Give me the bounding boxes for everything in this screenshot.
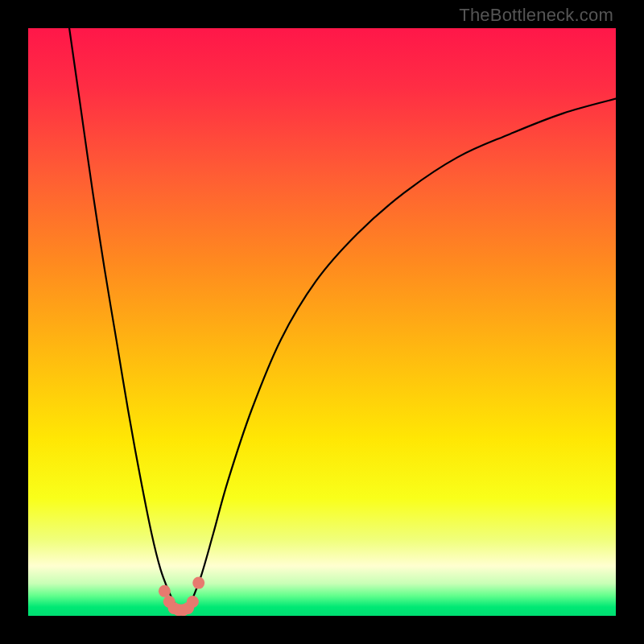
plot-area (28, 28, 616, 616)
chart-frame: TheBottleneck.com (0, 0, 644, 644)
threshold-marker (192, 577, 204, 589)
curve-left-branch (69, 28, 180, 610)
threshold-marker (159, 585, 171, 597)
watermark-text: TheBottleneck.com (459, 5, 613, 26)
threshold-marker (187, 596, 199, 608)
curve-layer (28, 28, 616, 616)
curve-right-branch (188, 99, 616, 610)
